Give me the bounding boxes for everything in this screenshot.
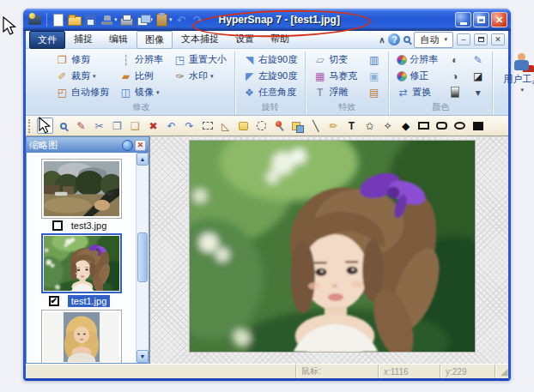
ribbon-button-分辨率[interactable]: 分辨率 bbox=[395, 53, 440, 66]
tab-捕捉[interactable]: 捕捉 bbox=[66, 31, 100, 49]
zoom-icon[interactable] bbox=[404, 36, 410, 43]
measure-tool[interactable]: ◺ bbox=[217, 118, 234, 134]
ribbon-button-修剪[interactable]: ❐修剪 bbox=[54, 53, 111, 66]
maximize-button[interactable] bbox=[473, 12, 489, 27]
filled-polygon-tool[interactable]: ◆ bbox=[397, 118, 414, 134]
new-file-icon[interactable] bbox=[51, 13, 65, 27]
save-icon[interactable] bbox=[83, 13, 98, 27]
gradient-icon[interactable] bbox=[446, 87, 463, 98]
ellipse-tool[interactable] bbox=[452, 118, 468, 134]
highlight-tool[interactable] bbox=[289, 118, 306, 134]
ribbon-button-马赛克[interactable]: ▦马赛克 bbox=[312, 69, 359, 82]
copy-icon[interactable] bbox=[136, 13, 150, 27]
open-folder-icon[interactable] bbox=[67, 13, 82, 27]
ribbon-button-重置大小[interactable]: ◳重置大小 bbox=[172, 53, 228, 66]
pencil-tool[interactable]: ✏ bbox=[325, 118, 342, 134]
black-white-icon[interactable]: ◪ bbox=[470, 69, 486, 82]
polyline-star-tool[interactable]: ✩ bbox=[361, 118, 378, 134]
ribbon-button-置换[interactable]: ⇄置换 bbox=[395, 86, 440, 99]
picture-effect-icon[interactable]: ▤ bbox=[366, 86, 382, 99]
ellipse-select-tool[interactable] bbox=[253, 118, 270, 134]
undo-icon-disabled[interactable]: ↶ bbox=[174, 13, 189, 27]
redo-icon-disabled[interactable]: ↷ bbox=[191, 13, 205, 27]
thumbnail-checkbox-test3.jpg[interactable] bbox=[52, 220, 63, 231]
paste-tool[interactable]: ❑ bbox=[127, 118, 143, 134]
rounded-rect-tool[interactable] bbox=[434, 118, 450, 134]
collapse-ribbon-icon[interactable]: ∧ bbox=[379, 35, 385, 45]
print-icon[interactable] bbox=[119, 13, 134, 27]
paste-icon[interactable] bbox=[155, 13, 169, 27]
stamp-capture-icon-dropdown[interactable]: ▾ bbox=[114, 16, 118, 23]
child-restore-button[interactable] bbox=[474, 33, 488, 45]
ribbon-button-水印[interactable]: ✑水印▾ bbox=[172, 69, 228, 82]
stamp-pin-tool[interactable] bbox=[271, 118, 288, 134]
thumbnail-item-2[interactable] bbox=[41, 310, 122, 363]
region-select-tool[interactable] bbox=[199, 118, 215, 134]
app-icon[interactable] bbox=[27, 13, 43, 27]
thumbnail-panel-header[interactable]: 缩略图 ✕ bbox=[27, 137, 149, 153]
thumbnail-test1.jpg[interactable] bbox=[41, 233, 122, 293]
resize-grip[interactable]: ◢ bbox=[495, 365, 508, 378]
scrollbar-thumb[interactable] bbox=[137, 232, 148, 282]
note-tool[interactable] bbox=[235, 118, 252, 134]
tab-编辑[interactable]: 编辑 bbox=[101, 31, 136, 49]
paste-icon-dropdown[interactable]: ▾ bbox=[169, 16, 173, 23]
ribbon-button-左旋90度[interactable]: ◤左旋90度 bbox=[241, 69, 299, 82]
polygon-tool[interactable]: ✧ bbox=[379, 118, 396, 134]
undo-tool[interactable]: ↶ bbox=[163, 118, 179, 134]
panel-scrollbar[interactable]: ▲ ▼ bbox=[136, 153, 149, 363]
tab-设置[interactable]: 设置 bbox=[228, 31, 262, 49]
ribbon-button-切变[interactable]: ▱切变 bbox=[312, 53, 359, 66]
ribbon-button-自动修剪[interactable]: ◰自动修剪 bbox=[54, 86, 111, 99]
auto-dropdown[interactable]: 自动▾ bbox=[414, 32, 453, 48]
redo-tool[interactable]: ↷ bbox=[181, 118, 197, 134]
invert-icon[interactable]: ◑ bbox=[446, 69, 463, 82]
tab-图像[interactable]: 图像 bbox=[137, 31, 173, 49]
picture-effect-icon: ▤ bbox=[367, 86, 380, 99]
tab-文本捕捉[interactable]: 文本捕捉 bbox=[173, 31, 227, 49]
rectangle-tool[interactable] bbox=[416, 118, 432, 134]
refresh-icon[interactable] bbox=[122, 140, 133, 151]
image-canvas[interactable] bbox=[150, 136, 508, 364]
pointer-tool[interactable] bbox=[37, 118, 53, 134]
color-pen-icon[interactable]: ✎ bbox=[470, 53, 486, 66]
ribbon-button-分辨率[interactable]: ┆分辨率 bbox=[118, 53, 165, 66]
blur-effect-icon[interactable]: ▣ bbox=[366, 69, 382, 82]
color-dropdown-icon[interactable]: ▾ bbox=[470, 86, 486, 99]
ribbon-button-右旋90度[interactable]: ◥右旋90度 bbox=[241, 53, 299, 66]
ribbon-button-浮雕[interactable]: T浮雕 bbox=[312, 86, 359, 99]
zoom-tool[interactable] bbox=[55, 118, 71, 134]
panel-close-icon[interactable]: ✕ bbox=[135, 140, 146, 151]
color-picker-tool[interactable]: ✎ bbox=[73, 118, 89, 134]
child-close-button[interactable]: ✕ bbox=[491, 33, 505, 45]
filled-rect-tool[interactable] bbox=[470, 118, 486, 134]
tile-effect-icon[interactable]: ▥ bbox=[366, 53, 382, 66]
stamp-capture-icon[interactable] bbox=[100, 13, 114, 27]
user-tools-button[interactable]: 用户工具▾ bbox=[499, 51, 534, 93]
minimize-button[interactable] bbox=[455, 12, 471, 27]
tab-帮助[interactable]: 帮助 bbox=[263, 31, 297, 49]
ribbon-button-任意角度[interactable]: ❖任意角度 bbox=[241, 86, 299, 99]
help-icon[interactable]: ? bbox=[388, 33, 400, 45]
ribbon-group-label-rotate: 旋转 bbox=[241, 101, 299, 115]
scroll-up-icon[interactable]: ▲ bbox=[137, 153, 149, 166]
ribbon-button-镜像[interactable]: ◫镜像▾ bbox=[118, 86, 165, 99]
child-minimize-button[interactable]: – bbox=[457, 33, 470, 45]
main-image-test1[interactable] bbox=[190, 141, 475, 352]
ribbon-button-裁剪[interactable]: ✐裁剪▾ bbox=[54, 69, 111, 82]
ribbon-button-修正[interactable]: 修正 bbox=[395, 69, 440, 82]
ribbon-button-比例[interactable]: ▰比例 bbox=[118, 69, 165, 82]
cut-tool[interactable]: ✂ bbox=[91, 118, 107, 134]
title-bar[interactable]: ▾▾▾↶↷ HyperSnap 7 - [test1.jpg] ✕ bbox=[23, 9, 511, 31]
text-tool[interactable]: T bbox=[343, 118, 360, 134]
scroll-down-icon[interactable]: ▼ bbox=[137, 350, 149, 363]
line-tool[interactable]: ╲ bbox=[307, 118, 324, 134]
thumbnail-test3.jpg[interactable] bbox=[41, 159, 122, 219]
close-button[interactable]: ✕ bbox=[491, 12, 507, 27]
thumbnail-checkbox-test1.jpg[interactable]: ✔ bbox=[49, 296, 59, 306]
tab-文件[interactable]: 文件 bbox=[29, 31, 65, 49]
delete-tool[interactable]: ✖ bbox=[145, 118, 161, 134]
toolbar-grip[interactable] bbox=[28, 119, 33, 133]
halftone-icon[interactable]: ◐ bbox=[446, 53, 463, 66]
copy-tool[interactable]: ❐ bbox=[109, 118, 125, 134]
